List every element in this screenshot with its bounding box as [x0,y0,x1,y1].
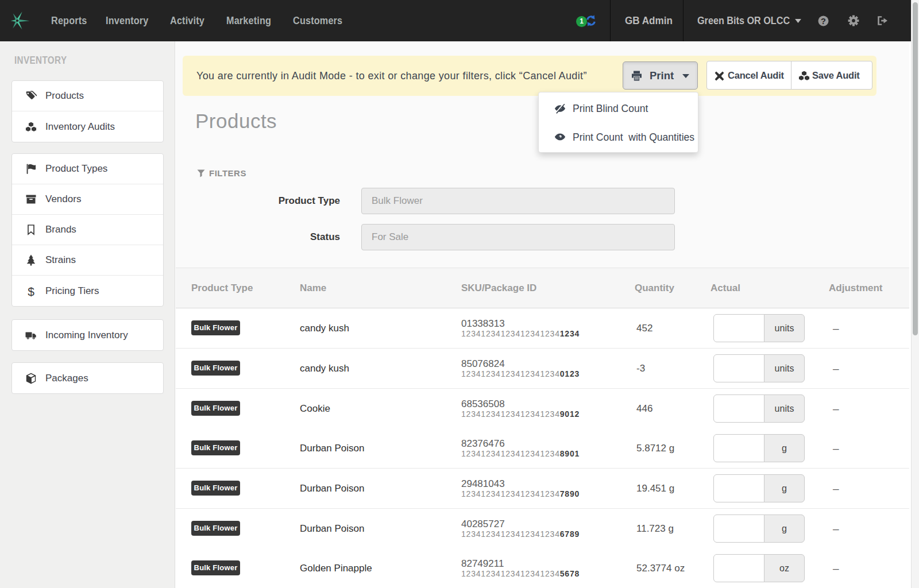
svg-text:$: $ [28,285,34,297]
svg-text:?: ? [821,17,826,26]
